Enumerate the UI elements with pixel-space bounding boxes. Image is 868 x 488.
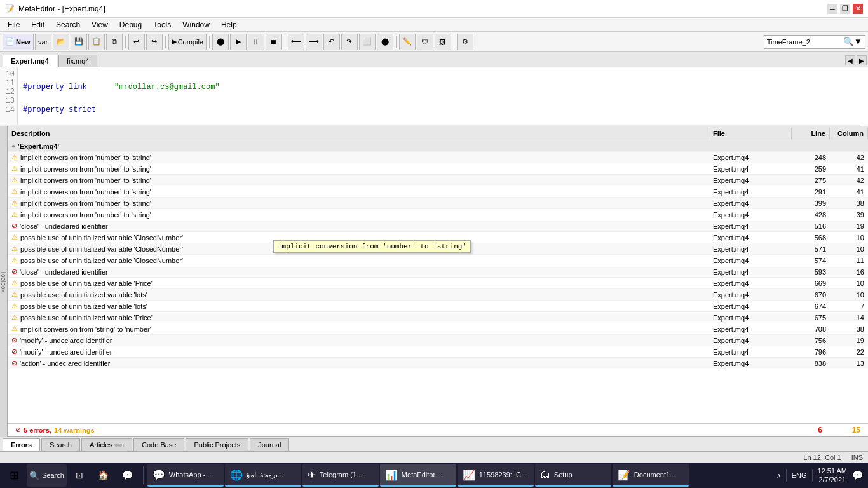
nav1-button[interactable]: ⟵ <box>288 34 304 50</box>
taskbar-word[interactable]: 📝 Document1... <box>613 464 689 487</box>
table-row[interactable]: ⚠ implicit conversion from 'number' to '… <box>8 198 868 209</box>
table-row[interactable]: ⚠ possible use of uninitialized variable… <box>8 301 868 312</box>
table-row[interactable]: ⚠ possible use of uninitialized variable… <box>8 232 868 243</box>
setup-label: Setup <box>554 471 573 478</box>
widgets-button[interactable]: 🏠 <box>92 464 115 487</box>
table-row[interactable]: ⚠ possible use of uninitialized variable… <box>8 289 868 301</box>
new-button[interactable]: 📄 New <box>3 34 34 50</box>
restore-button[interactable]: ❐ <box>840 4 850 14</box>
compare-button[interactable]: ⧉ <box>106 34 123 50</box>
compile-button[interactable]: ▶ Compile <box>168 34 207 50</box>
row-line: 674 <box>792 302 830 311</box>
bottom-tab-codebase[interactable]: Code Base <box>133 438 184 451</box>
nav4-button[interactable]: ↷ <box>341 34 358 50</box>
play-button[interactable]: ▶ <box>230 34 247 50</box>
tab-fix-mq4[interactable]: fix.mq4 <box>58 55 97 67</box>
menu-search[interactable]: Search <box>51 19 85 30</box>
menu-view[interactable]: View <box>86 19 113 30</box>
error-icon: ⊘ <box>11 268 17 276</box>
taskbar-notifications[interactable]: 💬 <box>852 470 863 480</box>
screenshot-icon: 🖼 <box>439 38 446 46</box>
tab-scroll-left[interactable]: ◀ <box>845 55 855 65</box>
screenshot-button[interactable]: 🖼 <box>435 34 451 50</box>
profile-button[interactable]: 🛡 <box>417 34 433 50</box>
taskbar-setup[interactable]: 🗂 Setup <box>535 464 611 487</box>
taskbar-search-button[interactable]: 🔍 Search <box>27 464 67 487</box>
status-position: Ln 12, Col 1 <box>803 454 841 461</box>
table-row[interactable]: ⚠ possible use of uninitialized variable… <box>8 312 868 323</box>
undo-button[interactable]: ↩ <box>128 34 145 50</box>
table-row[interactable]: ⚠ implicit conversion from 'number' to '… <box>8 186 868 198</box>
table-row[interactable]: ⚠ possible use of uninitialized variable… <box>8 255 868 266</box>
taskbar-notify[interactable]: ∧ <box>776 472 781 479</box>
menu-window[interactable]: Window <box>177 19 215 30</box>
templates-button[interactable]: var <box>35 34 51 50</box>
play-icon: ▶ <box>236 37 241 46</box>
sep6 <box>454 36 454 48</box>
toolbox-label: Toolbox <box>0 271 7 292</box>
bottom-tab-publicprojects[interactable]: Public Projects <box>186 438 248 451</box>
taskbar-whatsapp[interactable]: 💬 WhatsApp - ... <box>147 464 224 487</box>
taskbar-arabic-site[interactable]: 🌐 برمجة المؤ... <box>225 464 301 487</box>
icmarkets-icon: 📈 <box>463 469 475 481</box>
redo-button[interactable]: ↪ <box>146 34 163 50</box>
pause-button[interactable]: ⏸ <box>248 34 264 50</box>
save-button[interactable]: 💾 <box>71 34 87 50</box>
bottom-tab-errors[interactable]: Errors <box>3 438 40 451</box>
chat-button[interactable]: 💬 <box>116 464 139 487</box>
table-row[interactable]: ⚠ possible use of uninitialized variable… <box>8 243 868 255</box>
menu-debug[interactable]: Debug <box>114 19 147 30</box>
row-file: Expert.mq4 <box>709 233 792 242</box>
toolbar-search-expand[interactable]: ▼ <box>854 37 862 46</box>
nav3-button[interactable]: ↶ <box>323 34 340 50</box>
table-row[interactable]: ⚠ implicit conversion from 'number' to '… <box>8 152 868 163</box>
nav2-button[interactable]: ⟶ <box>306 34 322 50</box>
stop-button[interactable]: ⏹ <box>266 34 282 50</box>
bottom-tab-search[interactable]: Search <box>41 438 80 451</box>
settings-button[interactable]: ⚙ <box>457 34 473 50</box>
code-content[interactable]: #property link "mrdollar.cs@gmail.com" #… <box>18 67 868 130</box>
nav5-button[interactable]: ⬜ <box>359 34 376 50</box>
tab-scroll-right[interactable]: ▶ <box>857 55 867 65</box>
start-debug-button[interactable]: ⬤ <box>212 34 229 50</box>
table-row[interactable]: ⊘ 'close' - undeclared identifier Expert… <box>8 266 868 278</box>
bottom-tab-journal[interactable]: Journal <box>250 438 289 451</box>
menu-edit[interactable]: Edit <box>26 19 50 30</box>
title-bar-left: 📝 MetaEditor - [Expert.mq4] <box>5 4 105 13</box>
menu-help[interactable]: Help <box>216 19 242 30</box>
table-row[interactable]: ⚠ implicit conversion from 'string' to '… <box>8 323 868 335</box>
start-debug-icon: ⬤ <box>217 37 224 46</box>
bottom-tab-articles[interactable]: Articles 998 <box>81 438 132 451</box>
row-file: Expert.mq4 <box>709 222 792 231</box>
row-col: 22 <box>830 348 868 356</box>
toolbox-panel[interactable]: Toolbox <box>0 126 8 437</box>
table-row[interactable]: ⚠ possible use of uninitialized variable… <box>8 278 868 289</box>
nav6-button[interactable]: ⬤ <box>377 34 393 50</box>
editor-area[interactable]: 10 11 12 13 14 #property link "mrdollar.… <box>0 67 868 131</box>
taskbar-clock[interactable]: 12:51 AM 2/7/2021 <box>818 466 847 485</box>
start-button[interactable]: ⊞ <box>3 464 25 487</box>
menu-file[interactable]: File <box>3 19 25 30</box>
open-button[interactable]: 📂 <box>53 34 69 50</box>
taskbar-metaeditor[interactable]: 📊 MetaEditor ... <box>380 464 456 487</box>
menu-tools[interactable]: Tools <box>148 19 176 30</box>
toolbar-search-button[interactable]: 🔍 <box>843 37 854 46</box>
table-row[interactable]: ⊘ 'action' - undeclared identifier Exper… <box>8 358 868 369</box>
taskbar-icmarkets[interactable]: 📈 11598239: IC... <box>458 464 534 487</box>
table-row[interactable]: ⊘ 'close' - undeclared identifier Expert… <box>8 220 868 232</box>
table-row[interactable]: ⚠ implicit conversion from 'number' to '… <box>8 163 868 175</box>
taskbar-telegram[interactable]: ✈ Telegram (1... <box>302 464 379 487</box>
taskview-button[interactable]: ⊡ <box>68 464 91 487</box>
toolbar-search-input[interactable] <box>767 38 843 46</box>
tab-expert-mq4[interactable]: Expert.mq4 <box>3 55 57 67</box>
close-button[interactable]: ✕ <box>853 4 863 14</box>
table-row[interactable]: ⊘ 'modify' - undeclared identifier Exper… <box>8 335 868 346</box>
minimize-button[interactable]: ─ <box>827 4 837 14</box>
errors-list[interactable]: ● 'Expert.mq4' ⚠ implicit conversion fro… <box>8 140 868 423</box>
table-row[interactable]: ⊘ 'modify' - undeclared identifier Exper… <box>8 346 868 358</box>
table-row[interactable]: ⚠ implicit conversion from 'number' to '… <box>8 175 868 186</box>
table-row[interactable]: ⚠ implicit conversion from 'number' to '… <box>8 209 868 220</box>
stop-icon: ⏹ <box>270 38 277 46</box>
watch-button[interactable]: ✏️ <box>399 34 416 50</box>
saveas-button[interactable]: 📋 <box>88 34 105 50</box>
